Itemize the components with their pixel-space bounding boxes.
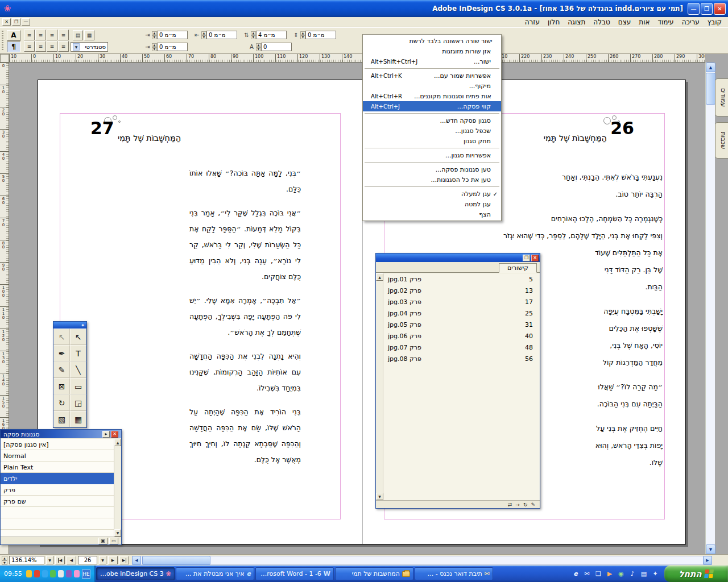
align-left-button[interactable]: ≡ xyxy=(47,30,57,40)
close-icon[interactable]: ✕ xyxy=(531,255,539,261)
field-value[interactable]: 0 xyxy=(261,43,292,51)
menu-item[interactable]: שכפל סגנון... xyxy=(363,126,501,136)
style-row[interactable]: ילדים xyxy=(1,473,114,484)
menu-item[interactable]: טען את כל הסגנונות... xyxy=(363,174,501,185)
paragraph-mode-button[interactable]: ¶ xyxy=(7,41,20,52)
rotate-tool[interactable]: ↻ xyxy=(53,394,70,411)
next-page-button[interactable]: ▶ xyxy=(108,556,118,564)
zoom-dropdown-icon[interactable]: ▼ xyxy=(46,556,53,564)
document-spread[interactable]: 27 הַמַּחְשָׁבוֹת שֶׁל תָּמִי ״בְּנִי, ל… xyxy=(38,80,686,544)
menubar-item[interactable]: תצוגה xyxy=(564,18,589,27)
menubar-item[interactable]: חלון xyxy=(544,18,564,27)
scroll-up-icon[interactable]: ▲ xyxy=(114,439,121,446)
scroll-up-icon[interactable]: ▲ xyxy=(376,273,383,281)
type-tool[interactable]: T xyxy=(70,345,86,361)
music-icon[interactable]: ♪ xyxy=(628,569,637,579)
media-player-icon[interactable]: ▶ xyxy=(605,569,614,579)
direct-selection-tool[interactable]: ↖ xyxy=(53,329,70,345)
page-dropdown-icon[interactable]: ▼ xyxy=(99,556,106,564)
palette-grip[interactable] xyxy=(2,31,3,51)
document-restore-icon[interactable]: ❐ xyxy=(12,18,20,26)
styles-palette-titlebar[interactable]: סגנונות פסקה ▸ ✕ xyxy=(1,430,121,438)
docked-tab[interactable]: עמודים xyxy=(715,78,728,117)
taskbar-button-outlook[interactable]: ✉ תיבת דואר נכנס - ... xyxy=(415,567,493,580)
tray-icon[interactable] xyxy=(34,570,40,577)
פרק 06.jpg[interactable]: פרק 06.jpg 40 xyxy=(383,330,540,342)
scroll-down-icon[interactable]: ▼ xyxy=(376,493,383,500)
scroll-left-icon[interactable]: ◀ xyxy=(132,556,141,565)
delete-style-icon[interactable]: ▭ xyxy=(109,538,118,544)
align-center-button[interactable]: ≡ xyxy=(35,30,46,40)
horizontal-ruler[interactable]: 1001020304050607080901001101201301401501… xyxy=(9,54,705,63)
פרק 04.jpg[interactable]: פרק 04.jpg 25 xyxy=(383,307,540,319)
menu-item[interactable]: סגנון פסקה חדש... xyxy=(363,115,501,126)
tray-icon[interactable] xyxy=(66,570,72,577)
menu-item[interactable]: אפשרויות סגנון... xyxy=(363,150,501,160)
dont-align-to-grid-button[interactable]: ▤ xyxy=(73,30,83,40)
menubar-item[interactable]: קובץ xyxy=(704,18,726,27)
line-tool[interactable]: ╲ xyxy=(70,361,86,378)
mail-quicklaunch-icon[interactable]: ✉ xyxy=(582,569,592,579)
last-page-button[interactable]: ▶ xyxy=(119,556,129,564)
chevron-down-icon[interactable]: ▼ xyxy=(73,43,80,51)
style-row[interactable]: Normal xyxy=(1,450,114,462)
links-tab[interactable]: קישורים xyxy=(499,263,537,273)
justify-all-button[interactable]: ≡ xyxy=(47,41,57,52)
update-link-icon[interactable]: ↻ xyxy=(523,501,528,508)
ruler-origin-box[interactable] xyxy=(0,54,9,63)
relink-icon[interactable]: ⇄ xyxy=(508,501,512,508)
document-minimize-icon[interactable]: — xyxy=(22,18,30,26)
character-mode-button[interactable]: A xyxy=(7,30,20,41)
selection-tool[interactable]: ↖ xyxy=(70,329,86,345)
docked-tab[interactable]: שכבות xyxy=(715,122,728,159)
explorer-quicklaunch-icon[interactable]: ▤ xyxy=(639,569,648,579)
menu-item[interactable]: Alt+Ctrl+J קווי פסקה... xyxy=(363,101,501,111)
taskbar-button-folder[interactable]: המחשבות של תמי xyxy=(335,567,413,580)
messenger-icon[interactable]: ◉ xyxy=(617,569,626,579)
menu-item[interactable]: Alt+Shift+Ctrl+J ישור... xyxy=(363,56,501,66)
justify-last-left-button[interactable]: ≡ xyxy=(35,41,46,52)
links-palette-titlebar[interactable]: ❐ ✕ xyxy=(376,253,540,262)
tools-palette-titlebar[interactable]: ✦ xyxy=(53,322,86,329)
scale-tool[interactable]: ◲ xyxy=(70,394,86,411)
scroll-down-icon[interactable]: ▼ xyxy=(114,529,121,537)
style-combo[interactable]: סטנדרטי ▼ xyxy=(71,42,108,52)
menu-item[interactable]: Alt+Ctrl+R אות פתיח וסגנונות מקוננים... xyxy=(363,91,501,101)
style-row[interactable]: שם פרק xyxy=(1,496,114,507)
justify-full-button[interactable]: ≡ xyxy=(58,41,69,52)
פרק 02.jpg[interactable]: פרק 02.jpg 13 xyxy=(383,285,540,296)
restore-button[interactable]: ❐ xyxy=(701,3,713,15)
justify-last-right-button[interactable]: ≡ xyxy=(58,30,69,40)
field-value[interactable]: 0 מ״מ xyxy=(157,43,188,51)
app-quicklaunch-icon[interactable]: ✦ xyxy=(651,569,660,579)
language-indicator[interactable]: HE xyxy=(82,569,90,579)
scroll-down-icon[interactable]: ▼ xyxy=(706,544,715,554)
tray-icon[interactable] xyxy=(42,570,48,577)
taskbar-button-indesign[interactable]: ❀ Adobe InDesign CS 3 xyxy=(96,567,175,580)
field-value[interactable]: 0 מ״מ xyxy=(157,31,188,39)
stepper[interactable]: ▲▼ xyxy=(251,31,256,39)
stepper[interactable]: ▲▼ xyxy=(201,31,206,39)
taskbar-button-word[interactable]: W Microsoft Word - 1 -6 xyxy=(255,567,334,580)
stepper[interactable]: ▲▼ xyxy=(152,43,157,51)
edit-original-icon[interactable]: ✎ xyxy=(531,501,535,508)
start-button[interactable]: התחל xyxy=(664,566,728,582)
menubar-item[interactable]: אות xyxy=(635,18,653,27)
document-close-icon[interactable]: ✕ xyxy=(2,18,11,26)
ie-quicklaunch-icon[interactable]: e xyxy=(571,569,580,579)
close-icon[interactable]: ✕ xyxy=(111,431,118,438)
menubar-item[interactable]: עריכה xyxy=(678,18,704,27)
פרק 08.jpg[interactable]: פרק 08.jpg 56 xyxy=(383,353,540,364)
stepper[interactable]: ▲▼ xyxy=(300,31,305,39)
פרק 05.jpg[interactable]: פרק 05.jpg 31 xyxy=(383,319,540,330)
menu-item[interactable] xyxy=(365,186,499,187)
previous-page-button[interactable]: ◀ xyxy=(67,556,76,564)
zoom-stepper[interactable]: ▲▼ xyxy=(2,556,7,565)
menubar-item[interactable]: עזרה xyxy=(521,18,544,27)
palette-menu-icon[interactable]: ▸ xyxy=(102,431,110,438)
zoom-level[interactable]: 136.14% xyxy=(9,556,44,564)
tray-icon[interactable] xyxy=(74,570,80,577)
menu-item[interactable]: מחק סגנון xyxy=(363,136,501,146)
menubar-item[interactable]: טבלה xyxy=(589,18,614,27)
field-value[interactable]: 0 מ״מ xyxy=(305,31,336,39)
